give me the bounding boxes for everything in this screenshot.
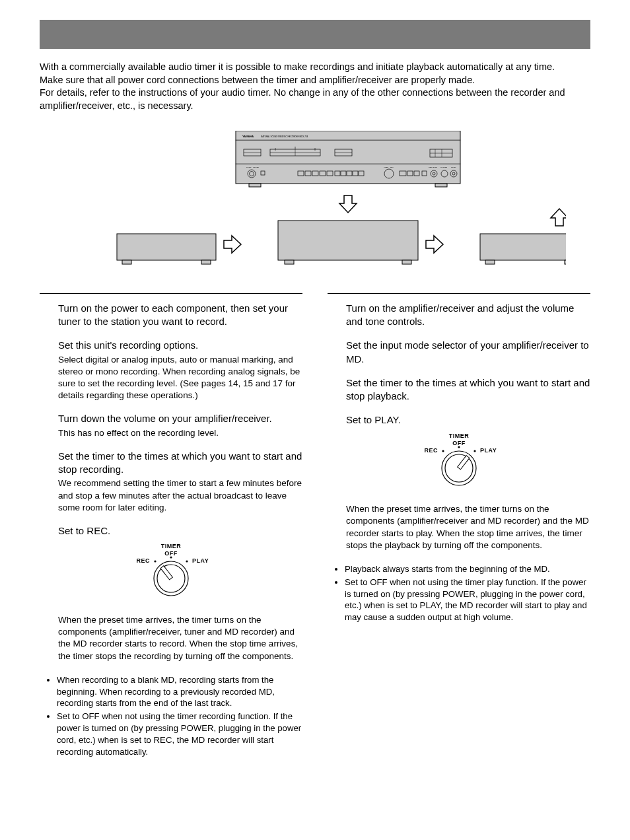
equipment-diagram: YAMAHA NATURAL SOUND MINIDISC RECORDER M… bbox=[40, 131, 590, 273]
svg-point-39 bbox=[452, 172, 455, 175]
timer-knob-rec: TIMER OFF REC PLAY bbox=[131, 542, 211, 600]
svg-rect-52 bbox=[278, 221, 418, 260]
knob-off-label: OFF bbox=[452, 440, 466, 446]
svg-rect-54 bbox=[402, 260, 411, 264]
rec-step-4-detail: We recommend setting the timer to start … bbox=[58, 477, 302, 514]
rec-note-1: When recording to a blank MD, recording … bbox=[57, 674, 302, 709]
svg-point-65 bbox=[458, 446, 460, 448]
svg-rect-19 bbox=[261, 171, 265, 175]
rec-notes: When recording to a blank MD, recording … bbox=[40, 674, 302, 758]
playback-column: Turn on the amplifier/receiver and adjus… bbox=[328, 293, 590, 625]
svg-point-60 bbox=[186, 561, 188, 563]
svg-rect-69 bbox=[458, 455, 470, 469]
rec-step-1: Turn on the power to each component, the… bbox=[58, 302, 302, 329]
svg-text:TIMER: TIMER bbox=[246, 166, 252, 168]
svg-rect-47 bbox=[249, 184, 261, 187]
play-note-2: Set to OFF when not using the timer play… bbox=[345, 577, 590, 623]
svg-point-64 bbox=[442, 450, 444, 452]
intro-line-3: For details, refer to the instructions o… bbox=[40, 87, 590, 112]
rec-step-4: Set the timer to the times at which you … bbox=[58, 450, 302, 477]
svg-point-59 bbox=[170, 557, 172, 559]
svg-rect-57 bbox=[565, 260, 566, 264]
svg-text:PHONES: PHONES bbox=[440, 166, 448, 168]
svg-text:LEVEL: LEVEL bbox=[451, 166, 456, 168]
svg-rect-50 bbox=[122, 260, 131, 264]
svg-rect-24 bbox=[327, 171, 333, 176]
knob-off-label: OFF bbox=[164, 550, 178, 557]
svg-rect-53 bbox=[285, 260, 294, 264]
svg-rect-63 bbox=[160, 566, 172, 580]
svg-rect-55 bbox=[480, 234, 566, 260]
svg-rect-29 bbox=[359, 171, 364, 176]
section-rule bbox=[328, 293, 590, 294]
svg-rect-22 bbox=[312, 171, 318, 176]
svg-text:POWER: POWER bbox=[253, 166, 259, 168]
rec-step-2: Set this unit's recording options. bbox=[58, 339, 302, 352]
svg-rect-25 bbox=[335, 171, 340, 176]
svg-rect-2 bbox=[236, 164, 460, 164]
brand-label: YAMAHA bbox=[242, 135, 254, 138]
svg-rect-31 bbox=[400, 171, 406, 176]
knob-rec-label: REC bbox=[424, 447, 438, 454]
svg-rect-20 bbox=[298, 171, 304, 176]
header-bar bbox=[40, 20, 590, 49]
rec-step-3-detail: This has no effect on the recording leve… bbox=[58, 427, 302, 439]
rec-step-2-detail: Select digital or analog inputs, auto or… bbox=[58, 354, 302, 402]
svg-rect-51 bbox=[201, 260, 211, 264]
svg-rect-27 bbox=[347, 171, 352, 176]
svg-rect-34 bbox=[422, 171, 427, 176]
svg-text:REC LEVEL: REC LEVEL bbox=[429, 166, 438, 168]
play-notes: Playback always starts from the beginnin… bbox=[328, 563, 590, 623]
rec-step-3: Turn down the volume on your amplifier/r… bbox=[58, 412, 302, 425]
svg-rect-21 bbox=[305, 171, 311, 176]
svg-point-36 bbox=[433, 172, 435, 175]
rec-note-2: Set to OFF when not using the timer reco… bbox=[57, 711, 302, 757]
play-step-3: Set the timer to the times at which you … bbox=[346, 376, 590, 403]
svg-text:MODE: MODE bbox=[384, 166, 389, 168]
intro-text: With a commercially available audio time… bbox=[40, 61, 590, 112]
diagram-svg: YAMAHA NATURAL SOUND MINIDISC RECORDER M… bbox=[64, 131, 566, 269]
timer-knob-play: TIMER OFF REC PLAY bbox=[419, 431, 499, 489]
svg-rect-23 bbox=[320, 171, 326, 176]
play-result: When the preset time arrives, the timer … bbox=[328, 503, 590, 551]
intro-line-1: With a commercially available audio time… bbox=[40, 61, 590, 74]
play-step-2: Set the input mode selector of your ampl… bbox=[346, 339, 590, 366]
svg-text:SET: SET bbox=[390, 166, 394, 168]
knob-rec-label: REC bbox=[136, 557, 150, 564]
svg-rect-1 bbox=[236, 140, 460, 141]
intro-line-2: Make sure that all power cord connection… bbox=[40, 74, 590, 87]
svg-point-17 bbox=[248, 170, 256, 178]
svg-rect-49 bbox=[117, 234, 216, 260]
play-step-1: Turn on the amplifier/receiver and adjus… bbox=[346, 302, 590, 329]
rec-step-5: Set to REC. bbox=[58, 524, 302, 538]
knob-title: TIMER bbox=[161, 543, 182, 549]
play-step-4: Set to PLAY. bbox=[346, 413, 590, 427]
svg-rect-32 bbox=[407, 171, 413, 176]
section-rule bbox=[40, 293, 302, 294]
svg-point-58 bbox=[154, 561, 156, 563]
play-note-1: Playback always starts from the beginnin… bbox=[345, 563, 590, 575]
svg-rect-48 bbox=[435, 184, 447, 187]
rec-result: When the preset time arrives, the timer … bbox=[40, 614, 302, 662]
svg-rect-28 bbox=[353, 171, 358, 176]
svg-rect-33 bbox=[414, 171, 419, 176]
svg-rect-56 bbox=[485, 260, 495, 264]
knob-play-label: PLAY bbox=[192, 557, 209, 564]
svg-rect-26 bbox=[341, 171, 346, 176]
model-label: NATURAL SOUND MINIDISC RECORDER MDX-793 bbox=[261, 135, 308, 138]
knob-play-label: PLAY bbox=[480, 447, 497, 454]
svg-point-66 bbox=[473, 450, 475, 452]
knob-title: TIMER bbox=[449, 433, 470, 439]
recording-column: Turn on the power to each component, the… bbox=[40, 293, 302, 759]
